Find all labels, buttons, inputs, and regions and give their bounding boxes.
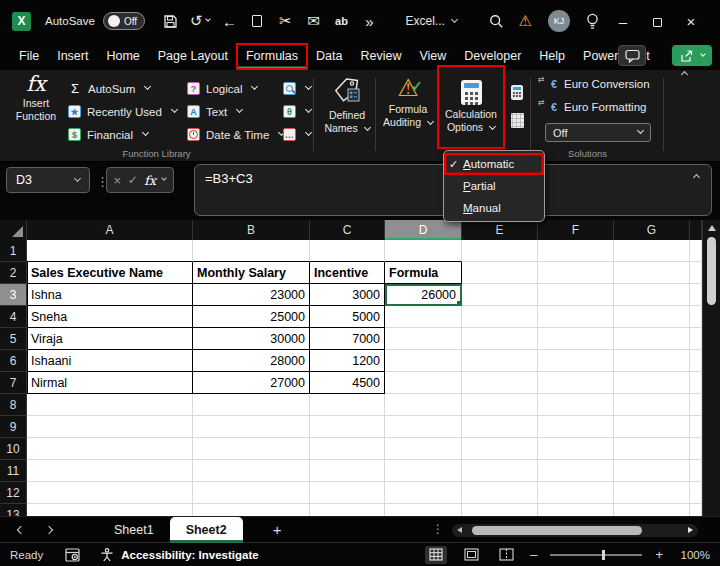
- enter-button[interactable]: ✓: [128, 173, 138, 187]
- cell-D9[interactable]: [385, 416, 462, 438]
- cell-G1[interactable]: [614, 240, 690, 262]
- cell-A3[interactable]: Ishna: [27, 284, 193, 306]
- cell-B10[interactable]: [193, 438, 310, 460]
- cell-B4[interactable]: 25000: [193, 306, 310, 328]
- cell-D4[interactable]: [385, 306, 462, 328]
- cell-C3[interactable]: 3000: [310, 284, 385, 306]
- cell-A6[interactable]: Ishaani: [27, 350, 193, 372]
- column-header-E[interactable]: E: [462, 220, 538, 240]
- menu-item-partial[interactable]: Partial: [444, 175, 544, 197]
- autosave-toggle[interactable]: Off: [103, 12, 145, 30]
- calculate-sheet-button[interactable]: [508, 111, 526, 129]
- text-button[interactable]: A Text: [187, 100, 284, 123]
- math-trig-button[interactable]: θ: [283, 100, 311, 123]
- cell-F9[interactable]: [538, 416, 614, 438]
- cell-F11[interactable]: [538, 460, 614, 482]
- cell-B2[interactable]: Monthly Salary: [193, 262, 310, 284]
- cut-button[interactable]: ✂: [276, 10, 294, 32]
- tell-me-button[interactable]: [583, 10, 601, 32]
- back-button[interactable]: ←: [220, 10, 238, 32]
- scroll-left-arrow-icon[interactable]: [457, 527, 462, 533]
- accessibility-status[interactable]: Accessibility: Investigate: [100, 548, 258, 562]
- cell-D6[interactable]: [385, 350, 462, 372]
- maximize-button[interactable]: [640, 13, 674, 30]
- cell-C13[interactable]: [310, 504, 385, 516]
- row-header-10[interactable]: 10: [0, 438, 27, 460]
- zoom-slider[interactable]: [550, 554, 642, 556]
- row-header-4[interactable]: 4: [0, 306, 27, 328]
- row-header-5[interactable]: 5: [0, 328, 27, 350]
- sheet-nav-left-button[interactable]: [17, 525, 25, 533]
- cell-D13[interactable]: [385, 504, 462, 516]
- copy-button[interactable]: [248, 10, 266, 32]
- cell-C8[interactable]: [310, 394, 385, 416]
- cell-D8[interactable]: [385, 394, 462, 416]
- scroll-right-arrow-icon[interactable]: [688, 527, 693, 533]
- cell-F1[interactable]: [538, 240, 614, 262]
- horizontal-scrollbar[interactable]: [452, 524, 698, 537]
- cell-E3[interactable]: [462, 284, 538, 306]
- cell-G12[interactable]: [614, 482, 690, 504]
- tab-review[interactable]: Review: [351, 44, 410, 69]
- lookup-reference-button[interactable]: [283, 77, 311, 100]
- vertical-scroll-thumb[interactable]: [707, 237, 716, 305]
- share-button[interactable]: [672, 45, 712, 66]
- tab-power-pivot[interactable]: Power Pivot: [574, 44, 659, 69]
- financial-button[interactable]: $ Financial: [68, 123, 177, 146]
- cell-B12[interactable]: [193, 482, 310, 504]
- row-header-1[interactable]: 1: [0, 240, 27, 262]
- cell-B11[interactable]: [193, 460, 310, 482]
- cell-G10[interactable]: [614, 438, 690, 460]
- undo-button[interactable]: ↺: [190, 10, 211, 32]
- tab-home[interactable]: Home: [97, 44, 148, 69]
- cell-D10[interactable]: [385, 438, 462, 460]
- cell-E5[interactable]: [462, 328, 538, 350]
- cell-E4[interactable]: [462, 306, 538, 328]
- tab-insert[interactable]: Insert: [48, 44, 97, 69]
- cell-F6[interactable]: [538, 350, 614, 372]
- cell-D12[interactable]: [385, 482, 462, 504]
- cell-D5[interactable]: [385, 328, 462, 350]
- fill-handle[interactable]: [456, 300, 461, 305]
- tab-data[interactable]: Data: [307, 44, 351, 69]
- tab-file[interactable]: File: [10, 44, 48, 69]
- euro-off-dropdown[interactable]: Off: [545, 123, 651, 142]
- calculate-now-button[interactable]: [508, 83, 526, 101]
- cell-C9[interactable]: [310, 416, 385, 438]
- cell-G8[interactable]: [614, 394, 690, 416]
- avatar[interactable]: KJ: [548, 10, 570, 32]
- cell-E8[interactable]: [462, 394, 538, 416]
- macro-record-button[interactable]: [65, 548, 80, 562]
- cell-C12[interactable]: [310, 482, 385, 504]
- formula-auditing-button[interactable]: ⚠✓ Formula Auditing: [379, 75, 437, 129]
- euro-formatting-button[interactable]: € Euro Formatting: [540, 101, 646, 113]
- cell-F12[interactable]: [538, 482, 614, 504]
- cell-A9[interactable]: [27, 416, 193, 438]
- window-title[interactable]: Excel...: [405, 14, 444, 28]
- cell-B9[interactable]: [193, 416, 310, 438]
- cell-E11[interactable]: [462, 460, 538, 482]
- cell-C5[interactable]: 7000: [310, 328, 385, 350]
- cell-A12[interactable]: [27, 482, 193, 504]
- cell-F4[interactable]: [538, 306, 614, 328]
- cell-G5[interactable]: [614, 328, 690, 350]
- cell-C1[interactable]: [310, 240, 385, 262]
- euro-conversion-button[interactable]: € Euro Conversion: [540, 78, 650, 90]
- add-sheet-button[interactable]: +: [273, 521, 282, 538]
- cell-B13[interactable]: [193, 504, 310, 516]
- cell-B3[interactable]: 23000: [193, 284, 310, 306]
- horizontal-scroll-thumb[interactable]: [472, 526, 642, 535]
- row-header-13[interactable]: 13: [0, 504, 27, 516]
- cell-G2[interactable]: [614, 262, 690, 284]
- recently-used-button[interactable]: ★ Recently Used: [68, 100, 177, 123]
- calculation-options-button[interactable]: Calculation Options: [441, 80, 501, 134]
- cell-B8[interactable]: [193, 394, 310, 416]
- page-layout-view-button[interactable]: [460, 546, 482, 564]
- cell-E7[interactable]: [462, 372, 538, 394]
- column-header-G[interactable]: G: [614, 220, 690, 240]
- row-header-12[interactable]: 12: [0, 482, 27, 504]
- column-header-A[interactable]: A: [27, 220, 193, 240]
- cell-F13[interactable]: [538, 504, 614, 516]
- qat-overflow-button[interactable]: »: [360, 10, 378, 32]
- cell-C4[interactable]: 5000: [310, 306, 385, 328]
